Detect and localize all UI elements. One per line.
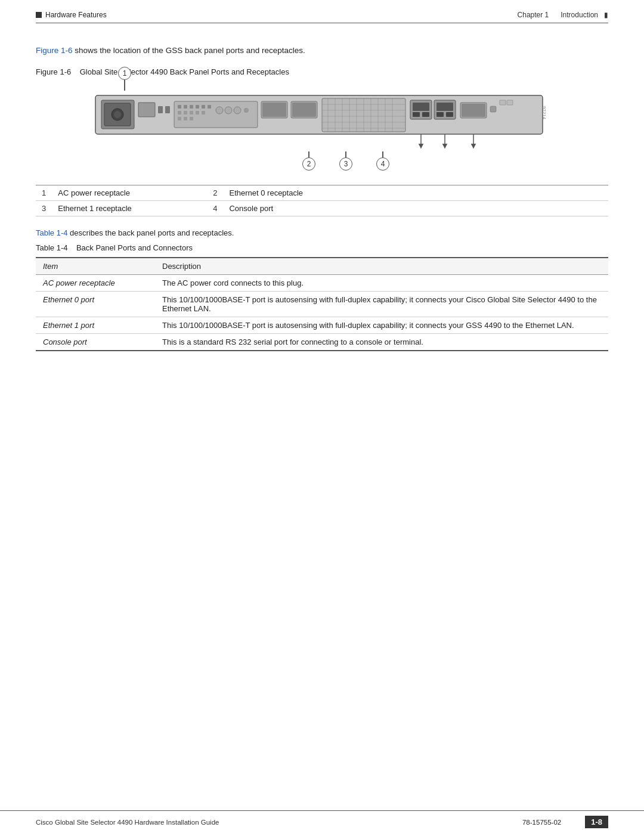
svg-rect-13 [202,105,205,109]
header-divider [36,23,608,23]
svg-rect-50 [422,112,429,117]
desc-eth1: This 10/100/1000BASE-T port is autosensi… [155,317,608,334]
main-content: Figure 1-6 shows the location of the GSS… [0,33,644,405]
part-label-2: Ethernet 0 receptacle [223,185,608,201]
table-header-row: Item Description [36,258,608,275]
svg-point-23 [216,107,223,114]
table-ref-paragraph: Table 1-4 describes the back panel ports… [36,228,608,237]
item-eth1: Ethernet 1 port [36,317,155,334]
svg-rect-20 [178,117,181,120]
table-ref-rest: describes the back panel ports and recep… [67,228,234,237]
parts-reference-table: 1 AC power receptacle 2 Ethernet 0 recep… [36,185,608,216]
intro-paragraph: Figure 1-6 shows the location of the GSS… [36,45,608,57]
col-item-header: Item [36,258,155,275]
figure-link[interactable]: Figure 1-6 [36,46,73,55]
svg-rect-30 [292,103,316,117]
callout-3: 3 [339,157,352,171]
item-console: Console port [36,334,155,351]
svg-point-26 [244,108,249,113]
svg-rect-28 [262,103,286,117]
item-ac-power: AC power receptacle [36,275,155,292]
svg-rect-18 [196,111,199,114]
svg-rect-52 [436,103,453,111]
header-chapter: Chapter 1 Introduction ▮ [518,11,608,19]
chapter-label: Chapter 1 [518,11,549,19]
part-label-3: Ethernet 1 receptacle [52,201,207,216]
footer-title: Cisco Global Site Selector 4490 Hardware… [36,819,219,826]
svg-rect-19 [202,111,205,114]
table-row: Ethernet 1 port This 10/100/1000BASE-T p… [36,317,608,334]
table-link[interactable]: Table 1-4 [36,228,67,237]
table-title: Back Panel Ports and Connectors [76,243,193,252]
svg-rect-54 [446,112,453,117]
intro-rest-text: shows the location of the GSS back panel… [73,46,305,55]
part-label-1: AC power receptacle [52,185,207,201]
chapter-section-label: Introduction [561,11,598,19]
svg-rect-17 [190,111,193,114]
svg-point-24 [225,107,232,114]
svg-rect-15 [178,111,181,114]
part-label-4: Console port [223,201,608,216]
svg-rect-21 [184,117,187,120]
table-row: Console port This is a standard RS 232 s… [36,334,608,351]
header-section-label: Hardware Features [36,11,107,19]
svg-rect-11 [190,105,193,109]
parts-row-1: 1 AC power receptacle 2 Ethernet 0 recep… [36,185,608,201]
svg-rect-6 [158,106,163,113]
svg-rect-58 [500,100,506,105]
svg-rect-49 [413,112,420,117]
table-caption: Table 1-4 Back Panel Ports and Connector… [36,243,608,252]
svg-rect-48 [413,103,429,111]
callout-4: 4 [376,157,389,171]
item-eth0: Ethernet 0 port [36,292,155,317]
callout-1: 1 [118,67,131,80]
svg-point-4 [114,111,121,118]
table-row: Ethernet 0 port This 10/100/1000BASE-T p… [36,292,608,317]
svg-rect-16 [184,111,187,114]
figure-number: Figure 1-6 [36,67,71,76]
figure-title: Global Site Selector 4490 Back Panel Por… [80,67,289,76]
svg-point-25 [234,107,241,114]
svg-rect-22 [190,117,193,120]
part-num-1: 1 [36,185,52,201]
svg-rect-7 [165,106,170,113]
part-num-3: 3 [36,201,52,216]
page-number: 1-8 [585,816,608,828]
parts-row-2: 3 Ethernet 1 receptacle 4 Console port [36,201,608,216]
table-row: AC power receptacle The AC power cord co… [36,275,608,292]
footer: Cisco Global Site Selector 4490 Hardware… [0,810,644,833]
col-desc-header: Description [155,258,608,275]
hardware-diagram: 1 [78,83,566,171]
page-container: Hardware Features Chapter 1 Introduction… [0,0,644,833]
svg-rect-12 [196,105,199,109]
part-num-4: 4 [207,201,223,216]
svg-rect-14 [208,105,211,109]
desc-ac-power: The AC power cord connects to this plug. [155,275,608,292]
svg-text:97214: 97214 [541,106,547,120]
header-square-icon [36,12,42,18]
svg-rect-5 [138,103,155,117]
hardware-svg: 97214 [89,83,555,149]
desc-console: This is a standard RS 232 serial port fo… [155,334,608,351]
svg-rect-53 [436,112,444,117]
part-num-2: 2 [207,185,223,201]
header-section-text: Hardware Features [45,11,107,19]
svg-rect-10 [184,105,187,109]
callout-2: 2 [302,157,315,171]
header-bar: Hardware Features Chapter 1 Introduction… [0,0,644,21]
table-number: Table 1-4 [36,243,67,252]
data-table: Item Description AC power receptacle The… [36,257,608,351]
desc-eth0: This 10/100/1000BASE-T port is autosensi… [155,292,608,317]
svg-rect-59 [507,100,513,105]
svg-rect-9 [178,105,181,109]
footer-doc-number: 78-15755-02 [522,819,561,826]
svg-rect-57 [490,106,496,112]
svg-rect-56 [462,104,485,117]
